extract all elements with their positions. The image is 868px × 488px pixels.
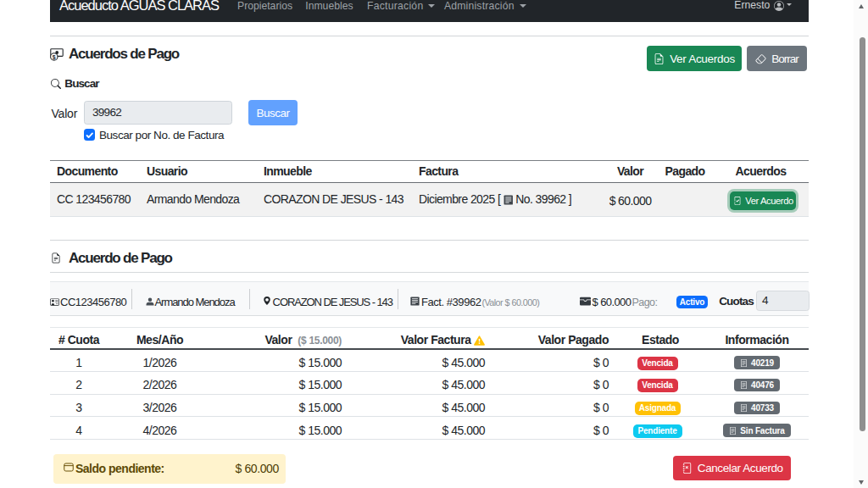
svg-text:$: $ <box>53 53 56 60</box>
